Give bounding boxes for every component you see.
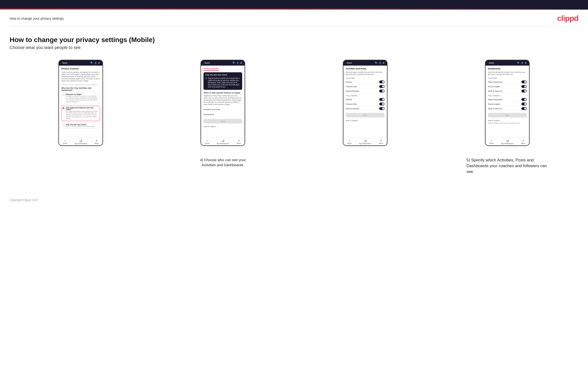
radio-circle-everyone <box>62 94 64 96</box>
radio-option-everyone[interactable]: Everyone on Clippd Everyone on Clippd ca… <box>61 92 100 104</box>
toggle-followers-manual-switch[interactable] <box>379 107 385 110</box>
search-icon-3[interactable]: 🔍 <box>375 62 378 64</box>
toggle-coaches-rounds: Rounds <box>346 80 385 84</box>
toggle-label-coaches-manual: Manual Activities <box>346 90 359 92</box>
home-icon-4: ⌂ <box>491 139 492 142</box>
radio-option-followers[interactable]: Only Approved Followers and Your Coach O… <box>61 106 100 121</box>
search-icon-1[interactable]: 🔍 <box>90 62 93 64</box>
radio-label-everyone: Everyone on Clippd <box>66 93 99 95</box>
toggle-label-followers-rounds: Rounds <box>346 99 352 101</box>
radio-circle-coach-only <box>62 124 64 126</box>
footer-performance-4[interactable]: 📊 My Performance <box>501 139 513 144</box>
copyright: Copyright Clippd 2022 <box>0 184 588 207</box>
radio-option-coach-only[interactable]: Only You and Your Coach Only you and the… <box>61 123 100 129</box>
toggle-followers-rounds-switch[interactable] <box>379 98 385 101</box>
back-btn-2[interactable]: ‹ Back <box>203 62 210 64</box>
toggle-coaches-drills-switch[interactable] <box>379 85 385 88</box>
page-title: How to change your privacy settings (Mob… <box>10 36 578 44</box>
toggle-followers-player-switch[interactable] <box>521 98 527 101</box>
save-btn-2[interactable]: Save <box>203 119 242 124</box>
search-icon-2[interactable]: 🔍 <box>233 62 235 64</box>
footer-menu-1[interactable]: ≡ Menu <box>95 139 99 144</box>
footer-performance-1[interactable]: 📊 My Performance <box>75 139 87 144</box>
phone-footer-1: ⌂ Home 📊 My Performance ≡ Menu <box>59 138 103 145</box>
activities-desc-3: Select the types of activity that you'd … <box>346 71 385 75</box>
caption-col-3 <box>294 157 436 174</box>
toggle-followers-insights-switch[interactable] <box>521 103 527 105</box>
radio-desc-coach-only: Only you and the coaches you connect wit… <box>66 126 95 127</box>
main-content: How to change your privacy settings (Mob… <box>0 26 588 184</box>
menu-row-dashboards[interactable]: Dashboards › <box>203 112 242 117</box>
toggle-label-followers-work: What To Work On <box>488 108 502 110</box>
show-hide-section-2: Show or hide specific features in Clippd… <box>203 92 242 105</box>
phone-topbar-2: ‹ Back 🔍 👤 ⚙ <box>201 60 245 66</box>
phone-content-1: Privacy Controls Control how you and you… <box>59 66 103 138</box>
toggle-coaches-insights: Round Insights <box>488 84 527 89</box>
toggle-coaches-insights-switch[interactable] <box>521 85 527 88</box>
settings-icon-3[interactable]: ⚙ <box>383 62 385 64</box>
toggle-coaches-rounds-switch[interactable] <box>379 80 385 83</box>
chart-icon-2: 📊 <box>221 139 225 142</box>
save-btn-4[interactable]: Save <box>488 113 527 117</box>
footer-performance-label-4: My Performance <box>501 143 513 144</box>
dashboards-title-4: Dashboards <box>488 67 527 70</box>
back-btn-3[interactable]: ‹ Back <box>346 62 352 64</box>
footer-menu-label-4: Menu <box>521 142 526 144</box>
home-icon-3: ⌂ <box>348 139 350 142</box>
screenshot-col-1: ‹ Back 🔍 👤 ⚙ Privacy Controls Control ho… <box>10 60 152 150</box>
chart-icon-3: 📊 <box>364 139 367 142</box>
toggle-coaches-work-switch[interactable] <box>521 90 527 92</box>
footer-home-4[interactable]: ⌂ Home <box>489 139 494 144</box>
privacy-tab-row-2: Privacy Controls <box>203 67 242 71</box>
toggle-followers-work-switch[interactable] <box>521 107 527 110</box>
footer-home-label-3: Home <box>347 142 352 144</box>
footer-home-3[interactable]: ⌂ Home <box>347 139 352 144</box>
settings-icon-2[interactable]: ⚙ <box>240 62 242 64</box>
footer-performance-2[interactable]: 📊 My Performance <box>217 139 229 144</box>
home-icon-1: ⌂ <box>64 139 66 142</box>
save-btn-3[interactable]: Save <box>346 113 385 117</box>
chevron-dashboards: › <box>242 113 242 116</box>
toggle-coaches-drills: Practice Drills <box>346 84 385 89</box>
toggle-label-followers-player: Player Dashboard <box>488 99 502 101</box>
footer-menu-3[interactable]: ≡ Menu <box>379 139 383 144</box>
caption-col-1 <box>10 157 152 174</box>
back-btn-4[interactable]: ‹ Back <box>488 62 494 64</box>
phone-content-3: Activities and Posts Select the types of… <box>343 66 387 138</box>
footer-home-1[interactable]: ⌂ Home <box>63 139 67 144</box>
breadcrumb: How to change your privacy settings <box>10 17 64 20</box>
footer-menu-4[interactable]: ≡ Menu <box>521 139 526 144</box>
settings-icon-4[interactable]: ⚙ <box>525 62 527 64</box>
settings-icon-1[interactable]: ⚙ <box>98 62 100 64</box>
footer-menu-2[interactable]: ≡ Menu <box>237 139 241 144</box>
toggle-followers-drills-switch[interactable] <box>379 103 385 105</box>
header: How to change your privacy settings clip… <box>0 10 588 26</box>
privacy-controls-desc-1: Control how you and your data appears to… <box>61 71 100 82</box>
toggle-coaches-player-switch[interactable] <box>521 80 527 83</box>
privacy-tab-2[interactable]: Privacy Controls <box>203 67 219 71</box>
phone-icons-1: 🔍 👤 ⚙ <box>90 62 100 64</box>
back-btn-1[interactable]: ‹ Back <box>61 62 68 64</box>
toggle-coaches-manual-switch[interactable] <box>379 90 385 92</box>
toggle-followers-insights: Round Insights <box>488 102 527 106</box>
toggle-coaches-work: What To Work On <box>488 89 527 93</box>
radio-circle-followers <box>62 107 64 109</box>
person-icon-1[interactable]: 👤 <box>94 62 97 64</box>
person-icon-2[interactable]: 👤 <box>236 62 239 64</box>
who-can-see-title-1: Who Can See Your Activities and Dashboar… <box>61 87 100 91</box>
menu-row-activities[interactable]: Activities and Posts › <box>203 107 242 112</box>
search-icon-4[interactable]: 🔍 <box>517 62 520 64</box>
footer-performance-3[interactable]: 📊 My Performance <box>359 139 371 144</box>
phone-content-2: Privacy Controls Only You and Your Coach… <box>201 66 245 138</box>
footer-home-2[interactable]: ⌂ Home <box>205 139 209 144</box>
person-icon-4[interactable]: 👤 <box>521 62 524 64</box>
radio-content-everyone: Everyone on Clippd Everyone on Clippd ca… <box>66 93 99 103</box>
toggle-followers-manual: Manual Activities <box>346 106 385 111</box>
toggle-label-coaches-insights: Round Insights <box>488 85 500 88</box>
phone-mockup-4: ‹ Back 🔍 👤 ⚙ Dashboards Select the dashb… <box>485 60 529 146</box>
radio-content-followers: Only Approved Followers and Your Coach O… <box>66 107 99 120</box>
footer-home-label-1: Home <box>63 142 67 144</box>
phone-topbar-3: ‹ Back 🔍 👤 ⚙ <box>343 60 387 66</box>
person-icon-3[interactable]: 👤 <box>379 62 381 64</box>
tooltip-desc-2: Only you and the coaches you connect wit… <box>208 77 241 88</box>
